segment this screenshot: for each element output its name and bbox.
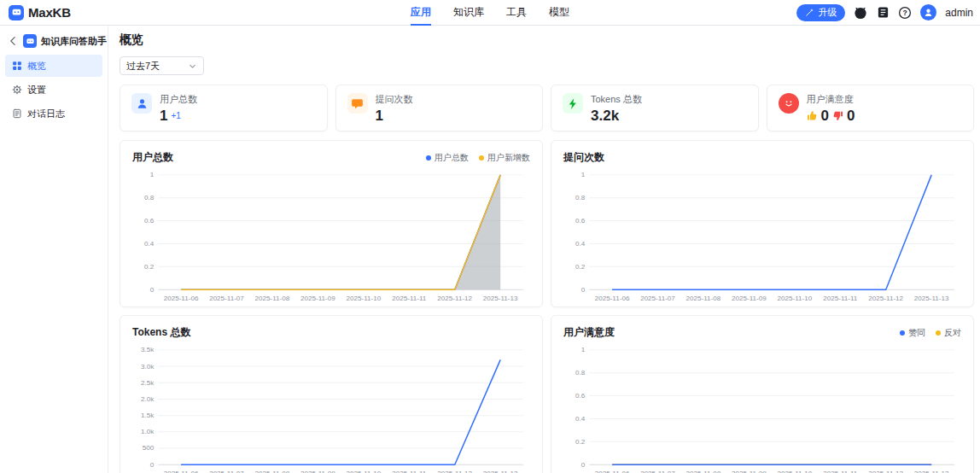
approve-count: 0 <box>821 108 829 123</box>
svg-text:2.5k: 2.5k <box>141 379 154 387</box>
sidebar-item-chat-logs[interactable]: 对话日志 <box>5 102 102 125</box>
legend-dot-icon <box>479 155 484 161</box>
header-actions: 升级 ? admin <box>796 4 973 21</box>
overview-grid-icon <box>12 61 22 71</box>
nav-item-tools[interactable]: 工具 <box>506 0 527 25</box>
svg-text:2025-11-12: 2025-11-12 <box>437 470 472 473</box>
svg-text:1.5k: 1.5k <box>141 412 154 419</box>
stat-label: 提问次数 <box>376 93 413 106</box>
upgrade-button[interactable]: 升级 <box>796 4 845 21</box>
stat-delta: +1 <box>171 111 180 120</box>
svg-text:2025-11-11: 2025-11-11 <box>392 295 427 302</box>
sidebar-item-overview[interactable]: 概览 <box>5 55 102 77</box>
chart-title: 提问次数 <box>563 150 604 165</box>
svg-text:2025-11-08: 2025-11-08 <box>686 470 721 473</box>
svg-text:2025-11-07: 2025-11-07 <box>640 295 675 302</box>
legend-dot-icon <box>900 330 905 336</box>
chevron-down-icon <box>188 61 197 71</box>
stat-card-tokens: Tokens 总数 3.2k <box>551 85 759 131</box>
sidebar-menu: 概览 设置 对话日志 <box>5 55 102 125</box>
log-document-icon <box>12 108 22 119</box>
svg-text:1: 1 <box>581 171 586 178</box>
legend-item[interactable]: 赞同 <box>900 327 925 339</box>
upgrade-label: 升级 <box>818 6 837 19</box>
svg-text:2025-11-08: 2025-11-08 <box>255 470 290 473</box>
avatar[interactable] <box>920 4 936 20</box>
svg-text:2025-11-06: 2025-11-06 <box>164 295 199 302</box>
svg-text:0: 0 <box>150 461 155 469</box>
github-icon[interactable] <box>854 6 867 20</box>
svg-text:0.8: 0.8 <box>575 369 586 377</box>
svg-text:0.2: 0.2 <box>575 263 586 271</box>
sidebar-item-label: 设置 <box>27 84 46 96</box>
sidebar-header: 知识库问答助手 <box>5 31 102 55</box>
svg-text:1: 1 <box>150 171 155 178</box>
svg-text:2.0k: 2.0k <box>141 395 154 403</box>
chart-plot: 05001.0k1.5k2.0k2.5k3.0k3.5k2025-11-0620… <box>132 342 530 473</box>
nav-item-apps[interactable]: 应用 <box>411 0 431 25</box>
sidebar-item-label: 概览 <box>27 60 46 73</box>
svg-text:2025-11-11: 2025-11-11 <box>823 470 858 473</box>
svg-text:2025-11-10: 2025-11-10 <box>346 295 381 302</box>
chat-icon <box>347 93 368 114</box>
docs-icon[interactable] <box>876 6 890 20</box>
legend-item[interactable]: 用户新增数 <box>479 152 530 164</box>
svg-text:2025-11-11: 2025-11-11 <box>823 295 858 302</box>
chart-title: Tokens 总数 <box>132 325 190 340</box>
sidebar-item-label: 对话日志 <box>27 108 65 120</box>
stat-label: Tokens 总数 <box>591 93 642 106</box>
svg-text:0: 0 <box>581 286 586 294</box>
help-icon[interactable]: ? <box>898 6 912 20</box>
sidebar-item-settings[interactable]: 设置 <box>5 79 102 101</box>
time-range-select[interactable]: 过去7天 <box>120 56 204 75</box>
svg-text:2025-11-10: 2025-11-10 <box>777 470 812 473</box>
svg-text:2025-11-09: 2025-11-09 <box>732 470 767 473</box>
svg-text:2025-11-11: 2025-11-11 <box>392 470 427 473</box>
brand-name: MaxKB <box>28 5 71 20</box>
svg-text:2025-11-06: 2025-11-06 <box>595 470 630 473</box>
gear-icon <box>12 85 22 95</box>
legend-dot-icon <box>936 330 941 336</box>
nav-item-models[interactable]: 模型 <box>549 0 569 25</box>
svg-text:0.8: 0.8 <box>144 194 155 201</box>
chart-plot: 00.20.40.60.812025-11-062025-11-072025-1… <box>563 166 961 303</box>
chart-card-questions: 提问次数00.20.40.60.812025-11-062025-11-0720… <box>551 140 974 307</box>
svg-text:2025-11-12: 2025-11-12 <box>868 295 903 302</box>
stat-card-satisfaction: 用户满意度 0 0 <box>767 85 975 131</box>
svg-text:2025-11-06: 2025-11-06 <box>164 470 199 473</box>
legend-item[interactable]: 反对 <box>936 327 961 339</box>
main-nav: 应用 知识库 工具 模型 <box>411 0 569 25</box>
svg-text:3.0k: 3.0k <box>141 363 154 371</box>
svg-text:0: 0 <box>150 286 155 294</box>
oppose-count: 0 <box>847 108 855 123</box>
maxkb-logo[interactable]: MaxKB <box>9 5 71 20</box>
chart-title: 用户满意度 <box>563 325 615 340</box>
stat-value: 1 <box>160 108 167 123</box>
svg-text:2025-11-09: 2025-11-09 <box>300 470 335 473</box>
svg-text:0.4: 0.4 <box>575 240 586 248</box>
chart-card-users-total: 用户总数用户总数用户新增数00.20.40.60.812025-11-06202… <box>120 140 543 307</box>
back-button[interactable] <box>7 35 19 47</box>
maxkb-logo-icon <box>9 5 24 20</box>
svg-text:2025-11-13: 2025-11-13 <box>483 295 518 302</box>
nav-item-knowledge[interactable]: 知识库 <box>453 0 484 25</box>
svg-text:2025-11-12: 2025-11-12 <box>868 470 903 473</box>
svg-text:2025-11-07: 2025-11-07 <box>209 470 244 473</box>
top-navbar: MaxKB 应用 知识库 工具 模型 升级 ? admin <box>0 0 980 26</box>
svg-text:3.5k: 3.5k <box>141 346 154 353</box>
svg-text:0.4: 0.4 <box>575 415 586 423</box>
page-title: 概览 <box>120 32 974 48</box>
svg-text:2025-11-13: 2025-11-13 <box>483 470 518 473</box>
svg-text:2025-11-08: 2025-11-08 <box>686 295 721 302</box>
legend-item[interactable]: 用户总数 <box>426 152 469 164</box>
svg-text:2025-11-08: 2025-11-08 <box>255 295 290 302</box>
svg-text:2025-11-07: 2025-11-07 <box>209 295 244 302</box>
stats-row: 用户总数 1 +1 提问次数 1 <box>120 85 974 131</box>
svg-text:0.6: 0.6 <box>575 392 586 400</box>
svg-text:500: 500 <box>143 445 155 453</box>
legend-label: 赞同 <box>908 327 925 339</box>
svg-text:0.6: 0.6 <box>144 217 155 225</box>
stat-card-questions: 提问次数 1 <box>335 85 544 131</box>
legend-label: 反对 <box>944 327 961 339</box>
svg-text:0.6: 0.6 <box>575 217 586 225</box>
